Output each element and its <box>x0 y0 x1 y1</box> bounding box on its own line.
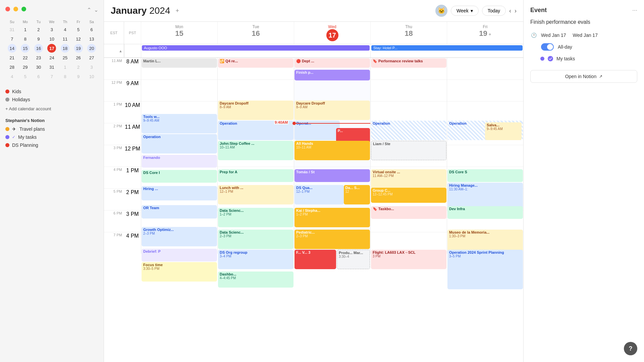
my-tasks-calendar[interactable]: ✓ My tasks <box>5 133 98 141</box>
close-button[interactable] <box>5 7 10 11</box>
all-hands-event[interactable]: All Hands 10–11 AM <box>294 141 370 160</box>
ds-org-event[interactable]: DS Org regroup 3–4 PM <box>218 250 293 269</box>
produ-mar-event[interactable]: Produ... Mar... 3:30–4 <box>337 250 370 269</box>
hiring-manage-event[interactable]: Hiring Manage... 11:30 AM–1: <box>447 183 523 209</box>
prep-for-event[interactable]: Prep for A <box>218 169 293 182</box>
ds-planning-calendar[interactable]: DS Planning <box>5 141 98 149</box>
augusto-ooo-event[interactable]: Augusto OOO <box>142 45 370 51</box>
john-step-event[interactable]: John:Step Coffee ... 10–11 AM <box>218 141 293 160</box>
lunch-event[interactable]: Lunch with ... 12–1 PM <box>218 185 293 204</box>
mini-cal-day[interactable]: 28 <box>8 63 16 71</box>
dashbo-event[interactable]: Dashbo... 4–4:45 PM <box>218 272 293 288</box>
tomas-event[interactable]: Tomás / St <box>294 169 370 182</box>
f-v-event[interactable]: F... V... 3 <box>294 250 336 269</box>
tools-event[interactable]: Tools w... 9–9:45 AM <box>142 114 217 133</box>
stay-hotel-event[interactable]: Stay: Hotel P... <box>371 45 523 51</box>
pediatric-event[interactable]: Pediatric... 2–3 PM <box>294 230 370 249</box>
flight-event[interactable]: Flight: LA603 LAX→SCL 3 PM <box>371 250 446 269</box>
minimize-button[interactable] <box>13 7 18 11</box>
mini-cal-day[interactable]: 11 <box>61 35 69 43</box>
mini-cal-day[interactable]: 3 <box>47 25 56 34</box>
kai-stepha-event[interactable]: Kai / Stepha... 1–2 PM <box>294 208 370 227</box>
finish-p-event[interactable]: Finish p... <box>294 70 370 80</box>
mini-cal-day[interactable]: 4 <box>8 72 16 81</box>
mini-cal-day[interactable]: 12 <box>74 35 83 43</box>
mini-cal-day[interactable]: 5 <box>21 72 30 81</box>
taskbo-event[interactable]: 🔖 Taskbo... <box>371 206 446 219</box>
mini-cal-today[interactable]: 17 <box>47 44 56 53</box>
mini-cal-day[interactable]: 3 <box>87 63 96 71</box>
mini-cal-day[interactable]: 9 <box>74 72 83 81</box>
growth-event[interactable]: Growth Optimiz... 2–3 PM <box>142 227 217 246</box>
mini-cal-day[interactable]: 9 <box>34 35 43 43</box>
mini-cal-day[interactable]: 22 <box>21 53 30 62</box>
today-button[interactable]: Today <box>482 6 506 16</box>
daycare-wed-event[interactable]: Daycare Dropoff 8–9 AM <box>294 101 370 120</box>
maximize-button[interactable] <box>21 7 26 11</box>
mini-cal-day[interactable]: 1 <box>21 25 30 34</box>
mini-cal-day[interactable]: 18 <box>61 44 69 53</box>
kids-calendar[interactable]: Kids <box>5 87 98 96</box>
more-options-button[interactable]: ··· <box>632 7 637 14</box>
week-view-button[interactable]: Week ▾ <box>451 6 479 16</box>
add-calendar-button[interactable]: + Add calendar account <box>5 106 98 111</box>
focus-event[interactable]: Focus time 3:30–5 PM <box>142 262 217 282</box>
travel-plans-calendar[interactable]: ✈ Travel plans <box>5 125 98 133</box>
help-button[interactable]: ? <box>624 342 637 355</box>
or-team-event[interactable]: OR Team <box>142 205 217 219</box>
mini-cal-day[interactable]: 1 <box>61 63 69 71</box>
mini-cal-day[interactable]: 23 <box>34 53 43 62</box>
operation-thu-event[interactable]: Operation <box>371 121 446 140</box>
mini-cal-day[interactable]: 10 <box>87 72 96 81</box>
mini-cal-day[interactable]: 2 <box>74 63 83 71</box>
debrief-event[interactable]: Debrief: P <box>142 249 217 261</box>
chevron-up-icon[interactable]: ⌃ <box>87 7 91 13</box>
mini-cal-day[interactable]: 26 <box>74 53 83 62</box>
mini-cal-day[interactable]: 7 <box>8 35 16 43</box>
group-c-event[interactable]: Group C... 12–12:45 PM <box>371 188 446 203</box>
mini-cal-day[interactable]: 19 <box>74 44 83 53</box>
dev-infra-event[interactable]: Dev Infra <box>447 206 523 219</box>
perf-review-event[interactable]: 🔖 Performance review talks <box>371 58 446 68</box>
operation-mon-event[interactable]: Operation <box>142 134 217 154</box>
operation-sprint-event[interactable]: Operation 2024 Sprint Planning 3–5 PM <box>447 250 523 289</box>
mini-cal-day[interactable]: 10 <box>47 35 56 43</box>
mini-cal-day[interactable]: 21 <box>8 53 16 62</box>
mini-cal-day[interactable]: 31 <box>8 25 16 34</box>
mini-cal-day[interactable]: 13 <box>87 35 96 43</box>
fernando-event[interactable]: Fernando <box>142 155 217 168</box>
mini-cal-day[interactable]: 16 <box>34 44 43 53</box>
prev-week-button[interactable]: ‹ <box>509 7 511 14</box>
mini-cal-day[interactable]: 6 <box>87 25 96 34</box>
ds-core-mon-event[interactable]: DS Core I <box>142 170 217 183</box>
mini-cal-day[interactable]: 24 <box>47 53 56 62</box>
mini-cal-day[interactable]: 5 <box>74 25 83 34</box>
ds-core-fri-event[interactable]: DS Core S <box>447 169 523 182</box>
all-day-toggle[interactable] <box>541 43 554 51</box>
data-science-tue2-event[interactable]: Data Scienc... 2–3 PM <box>218 230 293 249</box>
holidays-calendar[interactable]: Holidays <box>5 96 98 104</box>
mini-cal-day[interactable]: 6 <box>34 72 43 81</box>
mini-cal-day[interactable]: 20 <box>87 44 96 53</box>
daycare-tue-event[interactable]: Daycare Dropoff 8–9 AM <box>218 101 293 120</box>
mini-cal-day[interactable]: 29 <box>21 63 30 71</box>
mini-cal-day[interactable]: 7 <box>47 72 56 81</box>
virtual-onsite-event[interactable]: Virtual onsite ... 11 AM–12 PM <box>371 169 446 189</box>
mini-cal-day[interactable]: 4 <box>61 25 69 34</box>
ds-qua-event[interactable]: DS Qua... 12–1 PM <box>294 185 344 204</box>
martin-event[interactable]: Martin L... <box>142 58 217 68</box>
mini-cal-day[interactable]: 2 <box>34 25 43 34</box>
mini-cal-day[interactable]: 31 <box>47 63 56 71</box>
mini-cal-day[interactable]: 30 <box>34 63 43 71</box>
data-science-tue-event[interactable]: Data Scienc... 1–2 PM <box>218 208 293 227</box>
hiring-mon-event[interactable]: Hiring ... <box>142 186 217 200</box>
open-in-notion-button[interactable]: Open in Notion ↗ <box>530 70 637 83</box>
mini-cal-day[interactable]: 8 <box>61 72 69 81</box>
da-s-event[interactable]: Da... S... 12 <box>344 185 370 204</box>
q4-event[interactable]: 🔁 Q4 re... <box>218 58 293 68</box>
dept-event[interactable]: 🔴 Dept ... <box>294 58 370 68</box>
mini-cal-day[interactable]: 25 <box>61 53 69 62</box>
mini-cal-day[interactable]: 8 <box>21 35 30 43</box>
next-week-button[interactable]: › <box>515 7 517 14</box>
mini-cal-day[interactable]: 27 <box>87 53 96 62</box>
